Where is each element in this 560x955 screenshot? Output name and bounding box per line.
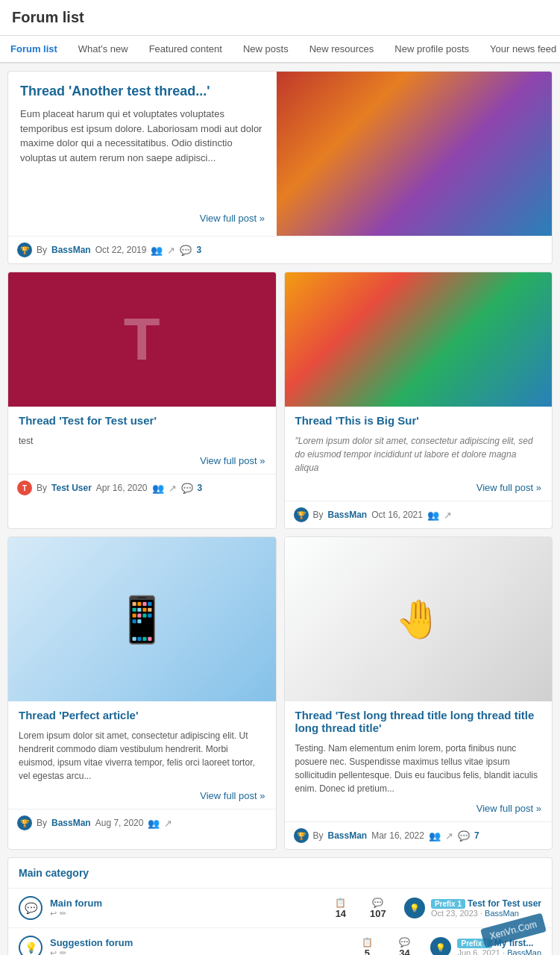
- perfect-article-by: By: [37, 818, 47, 828]
- hero-post-meta: 🏆 By BassMan Oct 22, 2019 👥 ↗ 💬 3: [8, 236, 552, 263]
- main-forum-icon: 💬: [19, 896, 43, 920]
- perfect-article-date: Aug 7, 2020: [95, 818, 144, 828]
- post-title-big-sur[interactable]: Thread 'This is Big Sur': [295, 414, 542, 427]
- view-full-big-sur[interactable]: View full post »: [295, 482, 542, 493]
- perfect-article-share-icon[interactable]: ↗: [164, 818, 172, 829]
- suggestion-last-avatar: 💡: [430, 937, 451, 955]
- suggestion-threads-icon: 📋: [356, 937, 378, 948]
- suggestion-last-date: Jun 6, 2021: [457, 948, 500, 955]
- post-excerpt-long-title: Testing. Nam elementum enim lorem, porta…: [295, 742, 542, 795]
- post-thumb-hand: 🤚: [285, 537, 553, 701]
- post-meta-big-sur: 🏆 By BassMan Oct 16, 2021 👥 ↗: [285, 501, 553, 528]
- hero-post-card: Thread 'Another test thread...' Eum plac…: [7, 71, 553, 264]
- big-sur-date: Oct 16, 2021: [371, 510, 423, 520]
- main-last-date: Oct 23, 2023: [431, 909, 478, 918]
- suggestion-last-user[interactable]: BassMan: [507, 948, 541, 955]
- post-title-long-title[interactable]: Thread 'Test long thread title long thre…: [295, 709, 542, 734]
- view-full-test-user[interactable]: View full post »: [19, 455, 265, 466]
- test-user-members-icon: 👥: [152, 483, 164, 494]
- view-full-perfect-article[interactable]: View full post »: [19, 790, 265, 801]
- crimson-letter: T: [124, 305, 160, 374]
- phone-graphic: 📱: [114, 593, 170, 646]
- forum-row-main: 💬 Main forum ↩ ✏ 📋 14 💬 107 💡 Prefix 1 T…: [8, 889, 552, 928]
- forum-category-title: Main category: [8, 858, 552, 889]
- long-title-share-icon[interactable]: ↗: [445, 830, 453, 842]
- suggestion-messages-icon: 💬: [393, 937, 415, 948]
- tab-featured-content[interactable]: Featured content: [139, 36, 233, 63]
- test-user-comment-icon: 💬: [181, 483, 193, 494]
- post-thumb-crimson: T: [8, 272, 276, 407]
- suggestion-forum-messages-col: 💬 34: [393, 937, 415, 956]
- messages-icon: 💬: [367, 898, 389, 908]
- long-title-date: Mar 16, 2022: [371, 830, 424, 841]
- suggestion-forum-sub-icons: ↩ ✏: [50, 948, 341, 955]
- post-body-big-sur: Thread 'This is Big Sur' "Lorem ipsum do…: [285, 407, 553, 501]
- main-forum-stats: 📋 14 💬 107: [330, 898, 389, 919]
- post-body-long-title: Thread 'Test long thread title long thre…: [285, 701, 553, 821]
- post-card-test-user: T Thread 'Test for Test user' test View …: [7, 272, 277, 529]
- suggestion-forum-sub-icon1: ↩: [50, 948, 57, 955]
- tab-your-news-feed[interactable]: Your news feed: [479, 36, 560, 63]
- hero-comment-count[interactable]: 3: [196, 245, 201, 255]
- tab-new-resources[interactable]: New resources: [299, 36, 385, 63]
- tab-whats-new[interactable]: What's new: [68, 36, 139, 63]
- hero-image: [277, 72, 552, 236]
- hero-post-title[interactable]: Thread 'Another test thread...': [20, 84, 265, 99]
- long-title-comment-count[interactable]: 7: [474, 830, 479, 841]
- tab-new-profile-posts[interactable]: New profile posts: [384, 36, 479, 63]
- test-user-comment-count[interactable]: 3: [198, 483, 203, 493]
- main-forum-threads: 14: [330, 908, 352, 919]
- main-last-user[interactable]: BassMan: [485, 909, 519, 918]
- members-icon: 👥: [151, 245, 163, 256]
- hero-author-name[interactable]: BassMan: [51, 245, 91, 255]
- suggestion-forum-threads-col: 📋 5: [356, 937, 378, 956]
- tab-forum-list[interactable]: Forum list: [0, 36, 68, 63]
- test-user-name[interactable]: Test User: [51, 483, 92, 493]
- main-prefix-badge: Prefix 1: [431, 899, 465, 909]
- main-forum-sub-icons: ↩ ✏: [50, 909, 315, 918]
- test-user-share-icon[interactable]: ↗: [169, 483, 177, 494]
- posts-grid-row2: 📱 Thread 'Perfect article' Lorem ipsum d…: [7, 536, 553, 850]
- suggestion-forum-messages: 34: [393, 948, 415, 956]
- main-forum-name[interactable]: Main forum: [50, 898, 315, 909]
- post-card-long-title: 🤚 Thread 'Test long thread title long th…: [284, 536, 553, 850]
- perfect-article-avatar: 🏆: [17, 815, 32, 830]
- main-forum-messages-col: 💬 107: [367, 898, 389, 919]
- perfect-article-members-icon: 👥: [148, 818, 160, 829]
- big-sur-author[interactable]: BassMan: [328, 510, 368, 520]
- post-title-perfect-article[interactable]: Thread 'Perfect article': [19, 709, 265, 721]
- post-title-test-user[interactable]: Thread 'Test for Test user': [19, 414, 265, 427]
- long-title-author[interactable]: BassMan: [328, 830, 368, 841]
- tab-new-posts[interactable]: New posts: [233, 36, 299, 63]
- post-excerpt-test-user: test: [19, 434, 265, 448]
- test-user-avatar: T: [17, 480, 32, 495]
- suggestion-forum-stats: 📋 5 💬 34: [356, 937, 415, 956]
- perfect-article-author[interactable]: BassMan: [51, 818, 91, 828]
- hero-text-section: Thread 'Another test thread...' Eum plac…: [8, 72, 277, 236]
- hero-view-full[interactable]: View full post »: [20, 213, 265, 224]
- main-last-thread-title[interactable]: Test for Test user: [468, 898, 541, 909]
- big-sur-members-icon: 👥: [427, 510, 439, 521]
- forum-row-suggestion: 💡 Suggestion forum ↩ ✏ 📋 5 💬 34 💡 Prefix…: [8, 928, 552, 955]
- big-sur-share-icon[interactable]: ↗: [444, 510, 452, 521]
- hero-author-by: By: [37, 245, 47, 255]
- main-forum-messages: 107: [367, 908, 389, 919]
- long-title-members-icon: 👥: [429, 830, 441, 842]
- main-last-info: Prefix 1 Test for Test user Oct 23, 2023…: [431, 898, 541, 918]
- suggestion-forum-name[interactable]: Suggestion forum: [50, 937, 341, 948]
- hero-post-excerpt: Eum placeat harum qui et voluptates volu…: [20, 107, 265, 205]
- share-icon[interactable]: ↗: [167, 245, 175, 256]
- post-thumb-coast: [285, 272, 553, 407]
- main-last-avatar: 💡: [404, 898, 425, 918]
- post-body-perfect-article: Thread 'Perfect article' Lorem ipsum dol…: [8, 701, 276, 809]
- main-forum-sub-icon2: ✏: [60, 909, 66, 918]
- long-title-comment-icon: 💬: [458, 830, 470, 842]
- post-card-big-sur: Thread 'This is Big Sur' "Lorem ipsum do…: [284, 272, 553, 529]
- hand-graphic: 🤚: [395, 598, 441, 641]
- suggestion-forum-icon: 💡: [19, 936, 43, 955]
- test-user-date: Apr 16, 2020: [96, 483, 148, 493]
- post-thumb-phone: 📱: [8, 537, 276, 701]
- post-excerpt-perfect-article: Lorem ipsum dolor sit amet, consectetur …: [19, 729, 265, 783]
- long-title-avatar: 🏆: [294, 828, 309, 843]
- view-full-long-title[interactable]: View full post »: [295, 803, 542, 814]
